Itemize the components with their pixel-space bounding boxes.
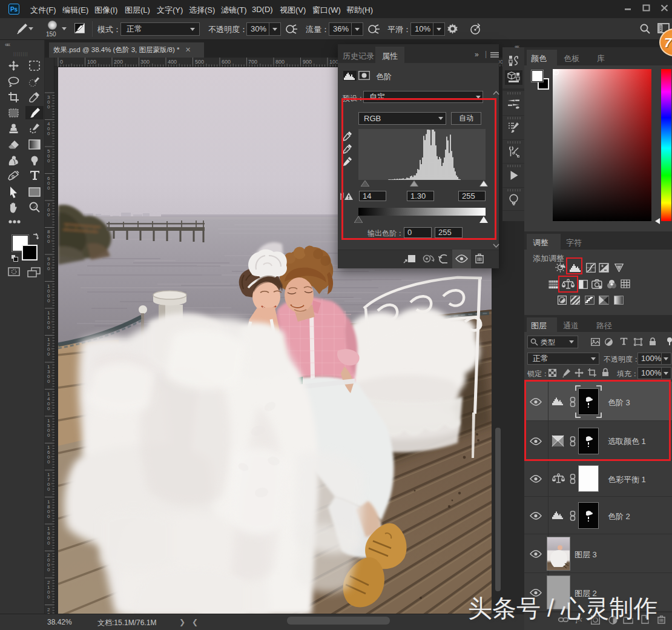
svg-text:0: 0: [47, 486, 50, 492]
svg-text:0: 0: [47, 351, 50, 357]
svg-text:0: 0: [47, 406, 50, 411]
svg-text:0: 0: [47, 158, 50, 164]
svg-text:0: 0: [47, 325, 50, 330]
svg-text:0: 0: [47, 266, 50, 271]
svg-text:0: 0: [60, 59, 63, 65]
svg-text:600: 600: [222, 59, 231, 65]
svg-text:100: 100: [87, 59, 96, 65]
svg-text:0: 0: [47, 459, 50, 465]
svg-text:0: 0: [47, 433, 50, 438]
svg-text:400: 400: [168, 59, 177, 65]
svg-text:900: 900: [303, 59, 312, 65]
svg-text:0: 0: [47, 239, 50, 244]
svg-text:500: 500: [195, 59, 204, 65]
svg-text:0: 0: [47, 298, 50, 303]
svg-text:800: 800: [275, 59, 285, 65]
svg-text:0: 0: [47, 540, 50, 546]
svg-text:300: 300: [140, 59, 150, 65]
svg-text:0: 0: [47, 514, 50, 519]
svg-text:0: 0: [47, 131, 50, 136]
svg-text:0: 0: [47, 185, 50, 191]
svg-text:0: 0: [47, 379, 50, 384]
svg-text:0: 0: [47, 594, 50, 600]
svg-text:200: 200: [114, 59, 123, 65]
svg-text:0: 0: [47, 212, 50, 217]
svg-text:0: 0: [47, 567, 50, 572]
svg-text:700: 700: [248, 59, 257, 65]
svg-text:0: 0: [47, 104, 50, 110]
